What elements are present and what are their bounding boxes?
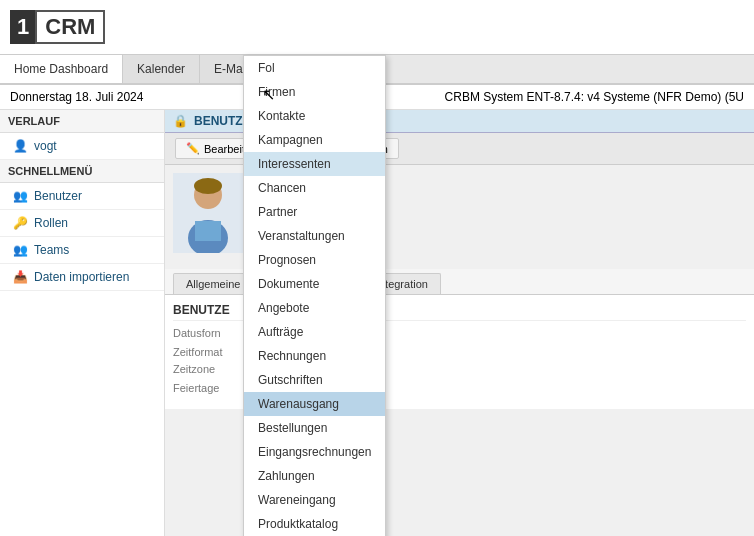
tab-kalender[interactable]: Kalender <box>123 55 200 83</box>
sidebar-item-rollen[interactable]: 🔑 Rollen <box>0 210 164 237</box>
tab-home[interactable]: Home Dashboard <box>0 55 123 83</box>
date-label: Donnerstag 18. Juli 2024 <box>10 90 143 104</box>
user-avatar-image <box>173 173 243 253</box>
dropdown-item-partner[interactable]: Partner <box>244 200 385 224</box>
sidebar: VERLAUF 👤 vogt SCHNELLMENÜ 👥 Benutzer 🔑 … <box>0 110 165 536</box>
logo-number: 1 <box>10 10 36 44</box>
sidebar-item-vogt[interactable]: 👤 vogt <box>0 133 164 160</box>
sidebar-item-daten-importieren[interactable]: 📥 Daten importieren <box>0 264 164 291</box>
lock-icon: 🔒 <box>173 114 188 128</box>
sidebar-item-benutzer[interactable]: 👥 Benutzer <box>0 183 164 210</box>
svg-rect-4 <box>195 221 221 241</box>
dropdown-item-auftraege[interactable]: Aufträge <box>244 320 385 344</box>
import-icon: 📥 <box>12 269 28 285</box>
dropdown-item-kontakte[interactable]: Kontakte <box>244 104 385 128</box>
person-icon: 👤 <box>12 138 28 154</box>
sidebar-section-verlauf: VERLAUF <box>0 110 164 133</box>
dropdown-item-firmen[interactable]: Firmen <box>244 80 385 104</box>
dropdown-item-zahlungen[interactable]: Zahlungen <box>244 464 385 488</box>
dropdown-item-veranstaltungen[interactable]: Veranstaltungen <box>244 224 385 248</box>
dropdown-item-dokumente[interactable]: Dokumente <box>244 272 385 296</box>
dropdown-item-interessenten[interactable]: Interessenten <box>244 152 385 176</box>
edit-icon: ✏️ <box>186 142 200 155</box>
tab-allgemein[interactable]: Allgemeine <box>173 273 253 294</box>
system-info: CRBM System ENT-8.7.4: v4 Systeme (NFR D… <box>445 90 744 104</box>
dropdown-item-gutschriften[interactable]: Gutschriften <box>244 368 385 392</box>
header: 1 CRM <box>0 0 754 55</box>
dropdown-item-eingangsrechnungen[interactable]: Eingangsrechnungen <box>244 440 385 464</box>
dropdown-item-wareneingang[interactable]: Wareneingang <box>244 488 385 512</box>
group-icon: 👥 <box>12 242 28 258</box>
user-photo <box>173 173 243 253</box>
dropdown-item-kampagnen[interactable]: Kampagnen <box>244 128 385 152</box>
dropdown-item-rechnungen[interactable]: Rechnungen <box>244 344 385 368</box>
sidebar-item-teams[interactable]: 👥 Teams <box>0 237 164 264</box>
logo[interactable]: 1 CRM <box>10 10 105 44</box>
dropdown-item-produktkatalog[interactable]: Produktkatalog <box>244 512 385 536</box>
dropdown-item-warenausgang[interactable]: Warenausgang <box>244 392 385 416</box>
dropdown-item-prognosen[interactable]: Prognosen <box>244 248 385 272</box>
dropdown-item-chancen[interactable]: Chancen <box>244 176 385 200</box>
dropdown-menu: Fol Firmen Kontakte Kampagnen Interessen… <box>243 55 386 536</box>
svg-point-2 <box>194 178 222 194</box>
dropdown-item-angebote[interactable]: Angebote <box>244 296 385 320</box>
shield-icon: 🔑 <box>12 215 28 231</box>
dropdown-item-fol[interactable]: Fol <box>244 56 385 80</box>
people-icon: 👥 <box>12 188 28 204</box>
navbar: Home Dashboard Kalender E-Mails >> Fol F… <box>0 55 754 85</box>
logo-crm: CRM <box>35 10 105 44</box>
dropdown-item-bestellungen[interactable]: Bestellungen <box>244 416 385 440</box>
sidebar-section-schnellmenu: SCHNELLMENÜ <box>0 160 164 183</box>
